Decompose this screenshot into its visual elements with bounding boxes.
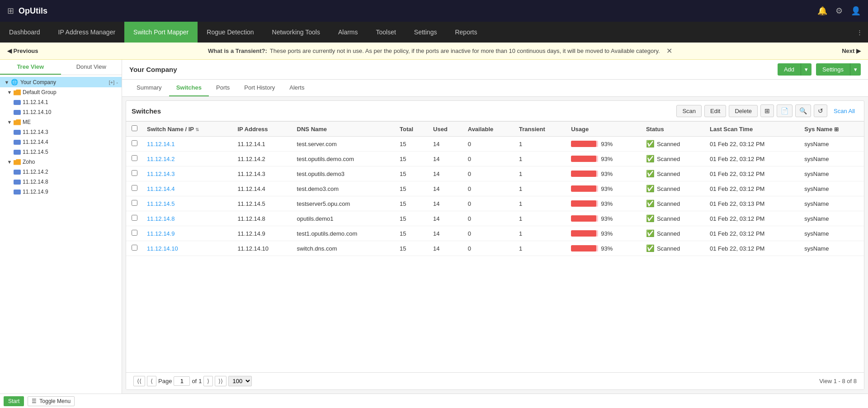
- tab-summary[interactable]: Summary: [129, 80, 169, 96]
- nav-dashboard[interactable]: Dashboard: [0, 22, 49, 43]
- scan-button[interactable]: Scan: [676, 105, 702, 117]
- first-page-button[interactable]: ⟨⟨: [133, 376, 145, 386]
- edit-button[interactable]: Edit: [704, 105, 726, 117]
- table-area: Switches Scan Edit Delete ⊞ 📄 🔍 ↺ Scan A…: [126, 100, 864, 390]
- row-switch-link-7[interactable]: 11.12.14.10: [147, 245, 178, 252]
- export-csv-icon[interactable]: ⊞: [760, 104, 774, 117]
- tab-switches[interactable]: Switches: [169, 80, 209, 96]
- col-switch-name[interactable]: Switch Name / IP ⇅: [142, 122, 233, 137]
- nav-switch-port-mapper[interactable]: Switch Port Mapper: [124, 22, 198, 43]
- nav-toolset[interactable]: Toolset: [367, 22, 405, 43]
- settings-icon[interactable]: ⚙: [835, 6, 843, 16]
- table-toolbar: Switches Scan Edit Delete ⊞ 📄 🔍 ↺ Scan A…: [126, 101, 864, 121]
- tab-port-history[interactable]: Port History: [237, 80, 282, 96]
- search-icon[interactable]: 🔍: [795, 104, 811, 117]
- nav-ip-address-manager[interactable]: IP Address Manager: [49, 22, 125, 43]
- refresh-icon[interactable]: ↺: [814, 104, 827, 117]
- tree-group-me[interactable]: ▼ ME: [0, 117, 122, 127]
- tree-minus-icon[interactable]: -: [116, 80, 118, 85]
- tree-controls: [+] -: [109, 80, 118, 85]
- row-select-checkbox-7[interactable]: [132, 245, 137, 251]
- nav-reports[interactable]: Reports: [446, 22, 486, 43]
- nav-alarms[interactable]: Alarms: [329, 22, 367, 43]
- sidebar-tab-donut[interactable]: Donut View: [61, 60, 122, 75]
- notification-close-icon[interactable]: ✕: [666, 47, 672, 55]
- row-switch-link-6[interactable]: 11.12.14.9: [147, 230, 175, 237]
- select-all-checkbox[interactable]: [132, 125, 137, 131]
- row-checkbox-7: [126, 241, 142, 256]
- start-button[interactable]: Start: [4, 396, 24, 406]
- tree-expand-default-icon[interactable]: ▼: [6, 89, 13, 95]
- row-checkbox-2: [126, 166, 142, 181]
- tree-group-default[interactable]: ▼ Default Group: [0, 87, 122, 97]
- nav-networking-tools[interactable]: Networking Tools: [263, 22, 329, 43]
- tree-expand-zoho-icon[interactable]: ▼: [6, 159, 13, 165]
- tree-add-icon[interactable]: [+]: [109, 80, 115, 85]
- toggle-menu-button[interactable]: ☰ Toggle Menu: [28, 396, 75, 406]
- nav-rogue-detection[interactable]: Rogue Detection: [198, 22, 263, 43]
- row-checkbox-4: [126, 196, 142, 211]
- usage-bar-wrapper-7: 93%: [571, 245, 637, 252]
- tree-switch-11-12-14-8[interactable]: 11.12.14.8: [0, 177, 122, 187]
- tree-switch-11-12-14-1[interactable]: 11.12.14.1: [0, 97, 122, 107]
- row-usage-7: 93%: [566, 241, 642, 256]
- user-icon[interactable]: 👤: [851, 6, 861, 16]
- row-dns-5: oputils.demo1: [292, 211, 395, 226]
- per-page-select[interactable]: 100 50 25: [228, 376, 252, 386]
- prev-page-button[interactable]: ⟨: [147, 376, 156, 386]
- row-switch-link-4[interactable]: 11.12.14.5: [147, 200, 175, 207]
- row-select-checkbox-1[interactable]: [132, 155, 137, 161]
- sidebar-tab-tree[interactable]: Tree View: [0, 60, 61, 75]
- settings-button[interactable]: Settings: [816, 63, 850, 76]
- row-sys-name-1: sysName: [800, 152, 864, 166]
- row-select-checkbox-2[interactable]: [132, 170, 137, 176]
- row-sys-name-2: sysName: [800, 166, 864, 181]
- page-number-input[interactable]: [174, 376, 190, 386]
- notification-prev-button[interactable]: ◀ Previous: [7, 47, 38, 54]
- tree-switch-11-12-14-5[interactable]: 11.12.14.5: [0, 147, 122, 157]
- row-switch-link-0[interactable]: 11.12.14.1: [147, 141, 175, 147]
- tree-switch-11-12-14-9[interactable]: 11.12.14.9: [0, 187, 122, 197]
- tab-alerts[interactable]: Alerts: [282, 80, 311, 96]
- row-select-checkbox-6[interactable]: [132, 230, 137, 236]
- last-page-button[interactable]: ⟩⟩: [215, 376, 226, 386]
- row-switch-link-2[interactable]: 11.12.14.3: [147, 171, 175, 177]
- folder-icon-default: [14, 90, 21, 95]
- usage-fill-4: [571, 200, 596, 207]
- row-usage-2: 93%: [566, 166, 642, 181]
- row-switch-link-5[interactable]: 11.12.14.8: [147, 215, 175, 222]
- row-select-checkbox-0[interactable]: [132, 140, 137, 146]
- row-select-checkbox-5[interactable]: [132, 215, 137, 221]
- notification-next-button[interactable]: Next ▶: [842, 47, 861, 54]
- col-config-icon[interactable]: ⊞: [834, 126, 839, 133]
- export-pdf-icon[interactable]: 📄: [777, 104, 793, 117]
- tree-expand-me-icon[interactable]: ▼: [6, 119, 13, 125]
- tab-ports[interactable]: Ports: [209, 80, 237, 96]
- tree-switch-11-12-14-4[interactable]: 11.12.14.4: [0, 137, 122, 147]
- tree-root-your-company[interactable]: ▼ 🌐 Your Company [+] -: [0, 77, 122, 87]
- row-select-checkbox-4[interactable]: [132, 200, 137, 206]
- tree-collapse-icon[interactable]: ▼: [4, 79, 10, 85]
- row-select-checkbox-3[interactable]: [132, 185, 137, 191]
- usage-label-3: 93%: [601, 185, 613, 192]
- delete-button[interactable]: Delete: [729, 105, 758, 117]
- add-button[interactable]: Add: [778, 63, 801, 76]
- grid-icon[interactable]: ⊞: [7, 6, 14, 16]
- tree-switch-11-12-14-10[interactable]: 11.12.14.10: [0, 107, 122, 117]
- row-ip-4: 11.12.14.5: [233, 196, 292, 211]
- tree-switch-11-12-14-2[interactable]: 11.12.14.2: [0, 167, 122, 177]
- settings-dropdown-button[interactable]: ▾: [850, 63, 861, 76]
- nav-more-icon[interactable]: ⋮: [851, 22, 868, 43]
- notification-icon[interactable]: 🔔: [817, 6, 827, 16]
- row-ip-2: 11.12.14.3: [233, 166, 292, 181]
- add-dropdown-button[interactable]: ▾: [801, 63, 811, 76]
- row-used-1: 14: [429, 152, 463, 166]
- scan-all-button[interactable]: Scan All: [830, 105, 859, 117]
- nav-settings[interactable]: Settings: [405, 22, 446, 43]
- next-page-button[interactable]: ⟩: [203, 376, 213, 386]
- tree-group-zoho[interactable]: ▼ Zoho: [0, 157, 122, 167]
- status-label-4: Scanned: [657, 200, 680, 207]
- row-switch-link-1[interactable]: 11.12.14.2: [147, 156, 175, 162]
- row-switch-link-3[interactable]: 11.12.14.4: [147, 185, 175, 192]
- tree-switch-11-12-14-3[interactable]: 11.12.14.3: [0, 127, 122, 137]
